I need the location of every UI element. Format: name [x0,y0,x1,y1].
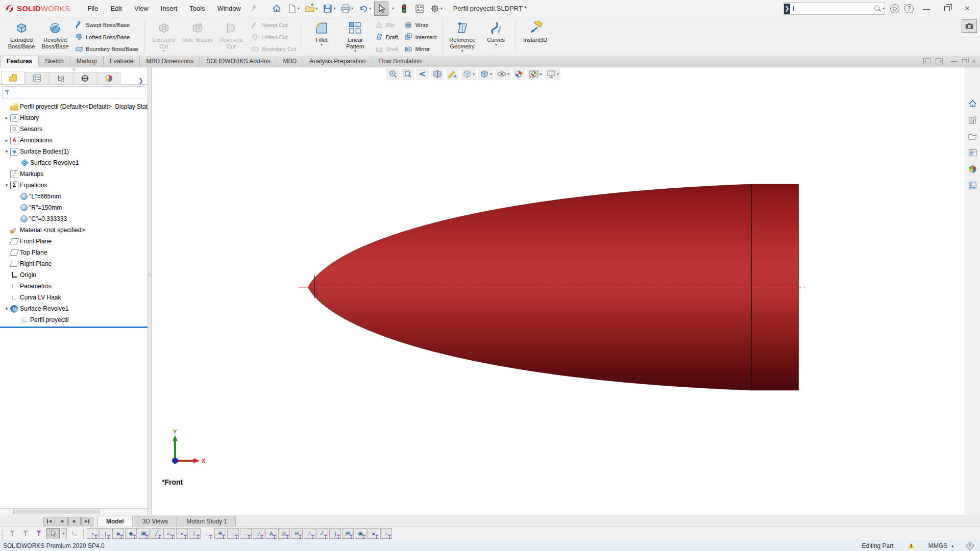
display-style-icon[interactable]: ▾ [478,68,494,80]
filter-weld-symbols[interactable]: ∠ [316,528,328,539]
displaymanager-tab[interactable] [97,72,120,84]
collapse-left-pane-icon[interactable] [923,58,930,64]
doc-tab-3d-views[interactable]: 3D Views [134,516,177,527]
tree-item-parametros[interactable]: Parametros [0,281,148,292]
tree-item-surface-bodies[interactable]: Surface Bodies(1) [0,146,148,157]
print-dropdown[interactable]: ▾ [351,6,353,11]
panel-splitter[interactable] [148,67,152,515]
first-tab-button[interactable]: ◀ [43,517,55,525]
tree-item-top-plane[interactable]: Top Plane [0,247,148,258]
extruded-boss-base-button[interactable]: Extruded Boss/Base [5,18,38,56]
doc-tab-motion-study-1[interactable]: Motion Study 1 [178,516,236,527]
menu-file[interactable]: File [82,1,105,16]
tree-item-perfil-proyectil-sketch[interactable]: Perfil proyectil [0,314,148,325]
expand-arrow[interactable] [3,183,10,188]
edit-appearance-icon[interactable] [512,68,526,80]
menu-edit[interactable]: Edit [104,1,128,16]
filter-geometric-tolerances[interactable]: ⊞ [291,528,303,539]
clear-all-filters-icon[interactable] [20,528,32,539]
tree-item-equation-L[interactable]: "L"=665mm [0,191,148,202]
menu-insert[interactable]: Insert [155,1,184,16]
filter-balloons[interactable]: ◎ [278,528,290,539]
tab-flow-simulation[interactable]: Flow Simulation [372,56,428,67]
expand-arrow[interactable] [3,115,10,120]
doc-minimize-icon[interactable]: — [951,58,957,65]
unit-system-selector[interactable]: MMGS▴ [928,542,953,549]
filter-dimensions[interactable]: ↔ [240,528,252,539]
mirror-button[interactable]: Mirror [402,43,439,55]
featuremanager-tab[interactable] [1,71,24,84]
splitter-grip[interactable] [148,273,151,276]
propertymanager-tab[interactable] [25,72,48,84]
fillet-button[interactable]: Fillet▾ [305,18,338,56]
account-icon[interactable] [890,4,899,13]
tab-analysis-preparation[interactable]: Analysis Preparation [303,56,372,67]
filter-connection-points[interactable]: ● [368,528,379,539]
search-commands-icon[interactable]: ❯ [784,4,790,14]
swept-cut-button[interactable]: Swept Cut [249,19,299,31]
previous-tab-button[interactable]: ◀ [56,517,68,525]
tree-item-history[interactable]: History [0,112,148,123]
camera-icon[interactable] [962,19,977,33]
options-button[interactable]: ▾ [428,2,445,16]
filter-surface-bodies[interactable]: ◆ [125,528,137,539]
tree-item-front-plane[interactable]: Front Plane [0,236,148,247]
filter-vertices[interactable]: • [87,528,99,539]
search-dropdown[interactable]: ▾ [883,6,885,11]
new-document-button[interactable]: ▾ [285,2,302,16]
tab-solidworks-add-ins[interactable]: SOLIDWORKS Add-Ins [200,56,277,67]
performance-warning-icon[interactable] [907,542,915,549]
toolbar-grip[interactable] [1,529,5,539]
rib-button[interactable]: Rib [373,19,401,31]
sketch-annotation-view-icon[interactable]: A [446,68,459,80]
search-input[interactable] [791,5,874,12]
print-button[interactable]: ▾ [338,2,355,16]
filter-edges[interactable]: | [100,528,111,539]
tree-item-annotations[interactable]: Annotations [0,135,148,146]
filter-midpoints[interactable]: ⊕ [214,528,226,539]
filter-axes[interactable]: ╱ [151,528,162,539]
tree-item-material[interactable]: Material <not specified> [0,224,148,236]
tree-item-surface-revolve1-body[interactable]: Surface-Revolve1 [0,157,148,168]
file-properties-button[interactable] [412,2,427,16]
filter-weld-beads[interactable]: ) [329,528,341,539]
view-palette-icon[interactable] [966,146,979,159]
filter-notes[interactable]: A [265,528,277,539]
panel-tabs-overflow-chevron[interactable]: ❯ [135,77,146,84]
tab-mbd-dimensions[interactable]: MBD Dimensions [140,56,200,67]
tree-item-markups[interactable]: Markups [0,168,148,180]
expand-arrow[interactable] [3,138,10,143]
tree-root-part[interactable]: Perfil proyectil (Default<<Default>_Disp… [0,101,148,112]
help-icon[interactable]: ? [904,4,914,13]
filter-toggle-icon[interactable] [7,528,19,539]
collapse-right-pane-icon[interactable] [936,58,943,64]
filter-surface-finish-symbols[interactable]: √ [253,528,264,539]
custom-properties-icon[interactable] [966,179,979,192]
file-explorer-icon[interactable] [966,130,979,143]
hole-wizard-button[interactable]: Hole Wizard [181,18,214,56]
section-view-icon[interactable] [431,68,444,80]
expand-arrow[interactable] [3,149,10,154]
view-orientation-icon[interactable]: ▾ [460,68,476,80]
swept-boss-base-button[interactable]: Swept Boss/Base [72,19,141,31]
home-button[interactable] [270,2,284,16]
expand-arrow[interactable] [3,306,10,311]
filter-solid-bodies[interactable]: ▣ [138,528,150,539]
tag-icon[interactable] [966,541,974,550]
lofted-boss-base-button[interactable]: Lofted Boss/Base [72,32,141,43]
tree-item-surface-revolve1-feature[interactable]: Surface-Revolve1 [0,303,148,314]
undo-button[interactable]: ▾ [356,2,373,16]
restore-button[interactable] [939,2,954,15]
search-icon[interactable] [874,5,881,12]
shell-button[interactable]: Shell [373,43,401,55]
menu-view[interactable]: View [128,1,155,16]
rebuild-button[interactable] [397,2,411,16]
hide-show-items-icon[interactable]: ▾ [495,68,511,80]
tab-sketch[interactable]: Sketch [39,56,70,67]
filter-planes[interactable]: ▱ [163,528,175,539]
tree-filter-field[interactable] [2,86,145,98]
save-dropdown[interactable]: ▾ [333,6,335,11]
apply-scene-icon[interactable]: ▾ [527,68,543,80]
filter-sketch-points[interactable]: ▪ [176,528,188,539]
filter-routing-points[interactable]: ○ [380,528,392,539]
